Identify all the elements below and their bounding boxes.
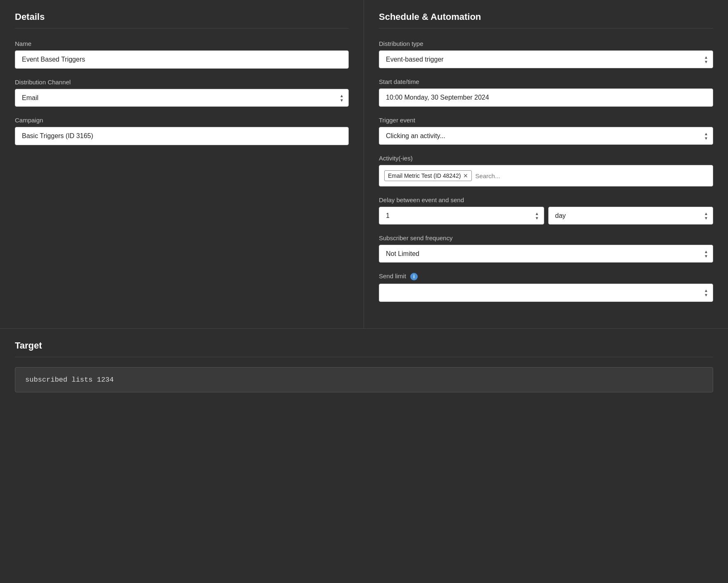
delay-unit-wrapper: day hour minute week ▲ ▼ xyxy=(548,207,714,225)
start-datetime-group: Start date/time xyxy=(379,78,713,107)
delay-unit-select[interactable]: day hour minute week xyxy=(548,207,714,225)
activities-group: Activity(-ies) Email Metric Test (ID 482… xyxy=(379,155,713,186)
target-title: Target xyxy=(15,340,713,357)
target-code-box[interactable]: subscribed lists 1234 xyxy=(15,367,713,392)
distribution-type-label: Distribution type xyxy=(379,40,713,47)
send-limit-group: Send limit i ▲ ▼ xyxy=(379,272,713,302)
top-section: Details Name Distribution Channel Email … xyxy=(0,0,728,329)
trigger-event-group: Trigger event Clicking an activity... Op… xyxy=(379,117,713,145)
distribution-channel-group: Distribution Channel Email SMS Push ▲ ▼ xyxy=(15,79,349,107)
start-datetime-label: Start date/time xyxy=(379,78,713,85)
send-frequency-label: Subscriber send frequency xyxy=(379,234,713,241)
send-limit-label: Send limit i xyxy=(379,272,713,280)
schedule-panel: Schedule & Automation Distribution type … xyxy=(364,0,728,328)
activity-tag-text: Email Metric Test (ID 48242) xyxy=(388,172,461,179)
name-input[interactable] xyxy=(15,50,349,69)
distribution-type-select-wrapper: Event-based trigger Scheduled Manual ▲ ▼ xyxy=(379,50,713,68)
campaign-label: Campaign xyxy=(15,117,349,124)
distribution-channel-select-wrapper: Email SMS Push ▲ ▼ xyxy=(15,89,349,107)
campaign-input[interactable] xyxy=(15,127,349,145)
delay-label: Delay between event and send xyxy=(379,196,713,203)
target-section: Target subscribed lists 1234 xyxy=(0,329,728,404)
distribution-channel-label: Distribution Channel xyxy=(15,79,349,86)
trigger-event-select[interactable]: Clicking an activity... Opening an email… xyxy=(379,127,713,145)
activity-tag-remove-button[interactable]: ✕ xyxy=(463,173,468,179)
details-panel: Details Name Distribution Channel Email … xyxy=(0,0,364,328)
distribution-type-group: Distribution type Event-based trigger Sc… xyxy=(379,40,713,68)
delay-group: Delay between event and send 1 2 3 5 7 1… xyxy=(379,196,713,225)
activities-field[interactable]: Email Metric Test (ID 48242) ✕ xyxy=(379,165,713,186)
send-limit-input[interactable] xyxy=(379,284,713,302)
name-label: Name xyxy=(15,40,349,47)
activities-search-input[interactable] xyxy=(475,171,708,181)
delay-row: 1 2 3 5 7 10 14 30 ▲ ▼ xyxy=(379,207,713,225)
send-limit-wrapper: ▲ ▼ xyxy=(379,284,713,302)
distribution-type-select[interactable]: Event-based trigger Scheduled Manual xyxy=(379,50,713,68)
trigger-event-label: Trigger event xyxy=(379,117,713,124)
send-limit-info-icon[interactable]: i xyxy=(410,273,418,280)
trigger-event-select-wrapper: Clicking an activity... Opening an email… xyxy=(379,127,713,145)
name-group: Name xyxy=(15,40,349,69)
distribution-channel-select[interactable]: Email SMS Push xyxy=(15,89,349,107)
schedule-title: Schedule & Automation xyxy=(379,12,713,29)
start-datetime-input[interactable] xyxy=(379,88,713,107)
activity-tag: Email Metric Test (ID 48242) ✕ xyxy=(384,170,472,181)
campaign-group: Campaign xyxy=(15,117,349,145)
send-frequency-select-wrapper: Not Limited Once Daily Weekly ▲ ▼ xyxy=(379,245,713,263)
send-frequency-group: Subscriber send frequency Not Limited On… xyxy=(379,234,713,263)
activities-label: Activity(-ies) xyxy=(379,155,713,162)
send-frequency-select[interactable]: Not Limited Once Daily Weekly xyxy=(379,245,713,263)
details-title: Details xyxy=(15,12,349,29)
delay-number-wrapper: 1 2 3 5 7 10 14 30 ▲ ▼ xyxy=(379,207,544,225)
delay-number-select[interactable]: 1 2 3 5 7 10 14 30 xyxy=(379,207,544,225)
page-wrapper: Details Name Distribution Channel Email … xyxy=(0,0,728,404)
